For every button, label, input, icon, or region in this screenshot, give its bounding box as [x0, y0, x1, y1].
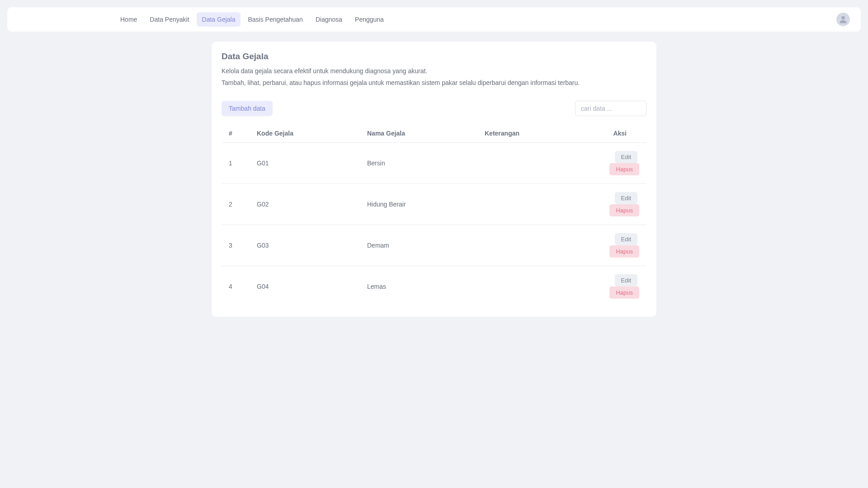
svg-point-0: [841, 16, 845, 19]
cell-number: 4: [222, 266, 250, 307]
th-nama: Nama Gejala: [360, 124, 477, 143]
cell-aksi: EditHapus: [586, 183, 646, 225]
cell-number: 3: [222, 225, 250, 266]
cell-kode: G02: [250, 183, 360, 225]
page-description-line2: Tambah, lihat, perbarui, atau hapus info…: [222, 78, 646, 88]
nav-link-home[interactable]: Home: [115, 12, 142, 27]
cell-aksi: EditHapus: [586, 225, 646, 266]
table-row: 3G03DemamEditHapus: [222, 225, 646, 266]
cell-kode: G03: [250, 225, 360, 266]
toolbar: Tambah data: [222, 101, 646, 116]
avatar-icon: [838, 14, 848, 24]
th-kode: Kode Gejala: [250, 124, 360, 143]
navbar: HomeData PenyakitData GejalaBasis Penget…: [7, 7, 861, 32]
cell-keterangan: [477, 183, 586, 225]
nav-link-data-penyakit[interactable]: Data Penyakit: [144, 12, 194, 27]
nav-link-pengguna[interactable]: Pengguna: [349, 12, 389, 27]
edit-button[interactable]: Edit: [615, 151, 637, 163]
edit-button[interactable]: Edit: [615, 192, 637, 204]
edit-button[interactable]: Edit: [615, 274, 637, 286]
cell-keterangan: [477, 142, 586, 183]
nav-items: HomeData PenyakitData GejalaBasis Penget…: [115, 12, 389, 27]
table-row: 4G04LemasEditHapus: [222, 266, 646, 307]
search-input[interactable]: [575, 101, 646, 116]
th-keterangan: Keterangan: [477, 124, 586, 143]
cell-keterangan: [477, 266, 586, 307]
table-row: 2G02Hidung BerairEditHapus: [222, 183, 646, 225]
th-aksi: Aksi: [586, 124, 646, 143]
edit-button[interactable]: Edit: [615, 233, 637, 245]
th-number: #: [222, 124, 250, 143]
cell-kode: G04: [250, 266, 360, 307]
cell-kode: G01: [250, 142, 360, 183]
delete-button[interactable]: Hapus: [609, 286, 639, 299]
cell-nama: Bersin: [360, 142, 477, 183]
delete-button[interactable]: Hapus: [609, 204, 639, 216]
cell-aksi: EditHapus: [586, 266, 646, 307]
nav-link-diagnosa[interactable]: Diagnosa: [310, 12, 348, 27]
delete-button[interactable]: Hapus: [609, 163, 639, 175]
content-card: Data Gejala Kelola data gejala secara ef…: [212, 42, 656, 317]
add-data-button[interactable]: Tambah data: [222, 101, 273, 116]
delete-button[interactable]: Hapus: [609, 245, 639, 258]
page-title: Data Gejala: [222, 52, 646, 61]
table-row: 1G01BersinEditHapus: [222, 142, 646, 183]
cell-nama: Lemas: [360, 266, 477, 307]
cell-aksi: EditHapus: [586, 142, 646, 183]
page-description-line1: Kelola data gejala secara efektif untuk …: [222, 66, 646, 76]
cell-number: 1: [222, 142, 250, 183]
data-table: # Kode Gejala Nama Gejala Keterangan Aks…: [222, 124, 646, 307]
avatar-menu[interactable]: [836, 13, 850, 26]
cell-nama: Demam: [360, 225, 477, 266]
nav-link-data-gejala[interactable]: Data Gejala: [197, 12, 241, 27]
cell-keterangan: [477, 225, 586, 266]
nav-link-basis-pengetahuan[interactable]: Basis Pengetahuan: [242, 12, 308, 27]
cell-nama: Hidung Berair: [360, 183, 477, 225]
cell-number: 2: [222, 183, 250, 225]
